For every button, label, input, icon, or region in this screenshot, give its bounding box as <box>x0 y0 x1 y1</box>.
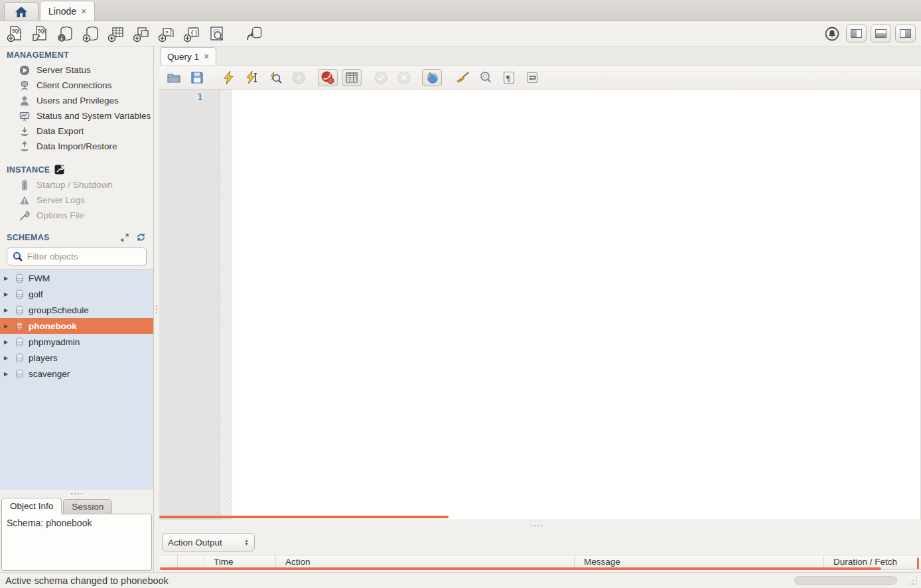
column-header-message[interactable]: Message <box>575 555 824 569</box>
open-script-button[interactable] <box>165 69 182 86</box>
sidebar-item-data-import[interactable]: Data Import/Restore <box>0 139 153 154</box>
schema-item[interactable]: ▶ golf <box>0 286 153 302</box>
create-function-button[interactable]: {) <box>182 25 202 43</box>
startup-shutdown-icon <box>19 180 30 190</box>
sidebar-item-data-export[interactable]: Data Export <box>0 123 153 139</box>
column-header-time[interactable]: Time <box>204 555 276 569</box>
schema-name: phpmyadmin <box>29 337 80 347</box>
toggle-word-wrap-button[interactable] <box>524 69 541 86</box>
management-section-title: MANAGEMENT <box>0 46 153 62</box>
column-header-action[interactable]: Action <box>276 555 575 569</box>
beautify-sql-button[interactable] <box>454 69 471 86</box>
schema-item-selected[interactable]: ▶ phonebook <box>0 318 153 334</box>
schema-item[interactable]: ▶ FWM <box>0 270 153 286</box>
connection-tab[interactable]: Linode × <box>40 1 95 21</box>
search-table-data-button[interactable] <box>207 25 227 43</box>
window-resize-grip[interactable] <box>908 575 918 586</box>
find-button[interactable] <box>477 69 494 86</box>
limit-rows-icon <box>344 70 359 85</box>
sidebar-item-options-file[interactable]: Options File <box>0 208 153 223</box>
new-sql-tab-button[interactable]: SQL <box>5 25 25 43</box>
expander-icon[interactable]: ▶ <box>4 339 11 345</box>
instance-actions-icon <box>54 165 64 175</box>
stop-query-button[interactable] <box>290 69 307 86</box>
schema-inspector-icon: i <box>57 25 74 42</box>
create-view-button[interactable] <box>131 25 151 43</box>
rollback-button[interactable] <box>395 69 413 86</box>
explain-query-button[interactable] <box>267 69 284 86</box>
schema-item[interactable]: ▶ groupSchedule <box>0 302 153 318</box>
sql-editor[interactable]: 1 <box>159 90 921 520</box>
expander-icon[interactable]: ▶ <box>4 307 11 313</box>
schema-icon <box>15 305 25 315</box>
create-procedure-button[interactable]: ? <box>157 25 177 43</box>
sidebar-item-system-variables[interactable]: Status and System Variables <box>0 108 153 123</box>
execute-query-button[interactable] <box>220 69 238 86</box>
commit-button[interactable] <box>372 69 390 86</box>
toggle-output-area-button[interactable] <box>871 25 891 42</box>
schema-filter[interactable] <box>7 248 147 265</box>
query-tab[interactable]: Query 1 × <box>160 47 216 65</box>
schema-item[interactable]: ▶ scavenger <box>0 366 153 382</box>
toggle-left-sidebar-button[interactable] <box>846 25 867 42</box>
connection-tab-close-icon[interactable]: × <box>81 7 86 16</box>
tab-object-info[interactable]: Object Info <box>1 498 62 514</box>
column-header[interactable] <box>159 555 178 569</box>
editor-toolbar: ¶ <box>159 65 921 90</box>
sidebar-item-server-logs[interactable]: Server Logs <box>0 192 153 208</box>
create-table-button[interactable] <box>106 25 126 43</box>
schema-name: players <box>29 353 58 363</box>
expander-icon[interactable]: ▶ <box>4 323 11 329</box>
sidebar-item-server-status[interactable]: Server Status <box>0 62 153 78</box>
open-sql-script-button[interactable]: SQL <box>31 25 50 43</box>
status-message: Active schema changed to phonebook <box>5 575 169 586</box>
schema-inspector-button[interactable]: i <box>56 25 76 43</box>
query-tab-close-icon[interactable]: × <box>204 52 209 61</box>
reconnect-dbms-button[interactable] <box>244 25 264 43</box>
execute-current-statement-button[interactable] <box>244 69 261 86</box>
notifications-button[interactable] <box>822 25 842 43</box>
expander-icon[interactable]: ▶ <box>4 371 11 377</box>
toggle-stop-on-error-button[interactable] <box>318 69 338 86</box>
statusbar-scrollbar-thumb[interactable] <box>794 576 897 585</box>
editor-text-area[interactable] <box>232 90 920 520</box>
sidebar-splitter[interactable] <box>0 490 153 497</box>
sidebar-item-label: Data Import/Restore <box>36 141 117 151</box>
sidebar-item-users-privileges[interactable]: Users and Privileges <box>0 93 153 108</box>
sidebar-item-client-connections[interactable]: Client Connections <box>0 78 153 93</box>
column-header[interactable] <box>178 555 204 569</box>
output-horizontal-scrollbar[interactable] <box>160 567 881 570</box>
reconnect-dbms-icon <box>246 25 263 42</box>
svg-text:¶: ¶ <box>506 73 510 83</box>
expander-icon[interactable]: ▶ <box>4 291 11 297</box>
save-icon <box>190 70 204 85</box>
editor-gutter: 1 <box>159 90 220 520</box>
home-tab[interactable] <box>4 2 38 21</box>
search-table-data-icon <box>208 25 226 42</box>
options-file-icon <box>19 210 30 221</box>
schema-item[interactable]: ▶ phpmyadmin <box>0 334 153 350</box>
refresh-schemas-button[interactable] <box>135 232 147 242</box>
toggle-output-area-icon <box>875 29 886 38</box>
toggle-invisibles-button[interactable]: ¶ <box>500 69 518 86</box>
toggle-limit-rows-button[interactable] <box>342 69 362 86</box>
column-header-duration[interactable]: Duration / Fetch <box>824 555 921 569</box>
new-sql-tab-icon: SQL <box>7 25 24 42</box>
output-view-selector[interactable]: Action Output ▲▼ <box>162 533 255 551</box>
schema-filter-input[interactable] <box>27 252 133 261</box>
expander-icon[interactable]: ▶ <box>4 275 11 281</box>
toggle-autocommit-button[interactable] <box>422 69 442 86</box>
expand-schemas-button[interactable] <box>119 233 131 242</box>
create-table-icon <box>107 25 125 42</box>
sidebar-item-startup-shutdown[interactable]: Startup / Shutdown <box>0 177 153 192</box>
editor-output-splitter[interactable] <box>159 520 921 531</box>
editor-horizontal-scrollbar[interactable] <box>159 516 449 518</box>
create-schema-button[interactable] <box>81 25 101 43</box>
toggle-right-sidebar-button[interactable] <box>895 25 916 42</box>
tab-session[interactable]: Session <box>63 499 112 514</box>
sidebar-main-splitter[interactable] <box>154 46 159 572</box>
expander-icon[interactable]: ▶ <box>4 355 11 361</box>
schema-item[interactable]: ▶ players <box>0 350 153 366</box>
output-vertical-scrollbar[interactable] <box>917 557 919 569</box>
save-script-button[interactable] <box>188 69 206 86</box>
